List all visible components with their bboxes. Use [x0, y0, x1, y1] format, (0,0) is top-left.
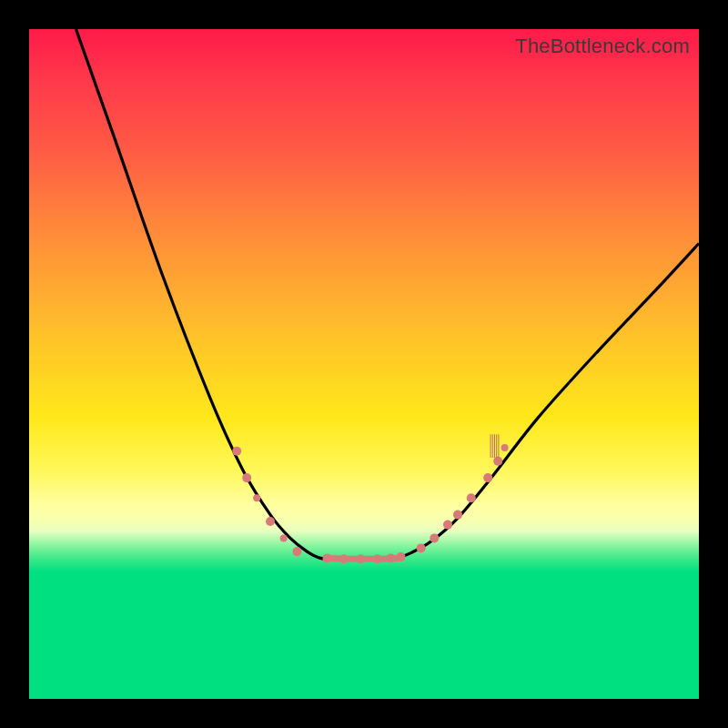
- data-dot: [386, 553, 395, 562]
- data-dot: [242, 473, 251, 482]
- data-dot: [397, 552, 406, 561]
- data-dot: [280, 534, 288, 541]
- data-dot: [443, 521, 452, 530]
- data-dot: [232, 447, 241, 456]
- data-dot: [467, 493, 476, 502]
- data-dot: [266, 517, 275, 526]
- data-dot: [430, 533, 439, 542]
- data-dot: [417, 543, 426, 552]
- data-dot: [339, 554, 349, 563]
- data-dot: [323, 553, 332, 562]
- data-dot: [501, 444, 509, 451]
- data-dot: [253, 494, 260, 501]
- data-dots: [232, 444, 508, 563]
- hash-marks: [490, 434, 499, 458]
- data-dot: [292, 547, 301, 556]
- data-dot: [493, 457, 502, 466]
- curve-layer: [29, 29, 699, 699]
- chart-frame: TheBottleneck.com: [0, 0, 728, 728]
- data-dot: [483, 473, 492, 482]
- data-dot: [453, 511, 462, 520]
- plot-area: TheBottleneck.com: [29, 29, 699, 699]
- data-dot: [356, 554, 365, 563]
- bottleneck-curve: [76, 29, 700, 559]
- data-dot: [373, 554, 382, 563]
